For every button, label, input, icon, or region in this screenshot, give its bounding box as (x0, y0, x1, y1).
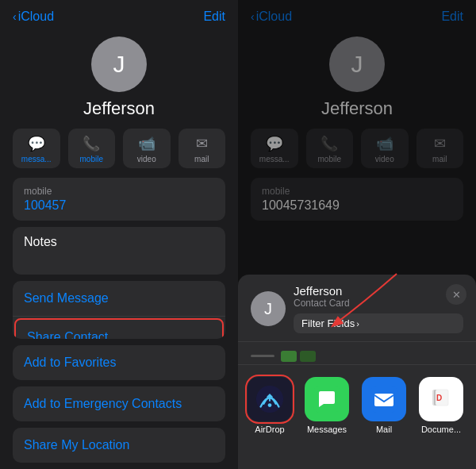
left-action-mail[interactable]: ✉ mail (178, 129, 226, 168)
mail-icon-left: ✉ (196, 135, 208, 152)
share-name: Jefferson (294, 284, 463, 298)
left-edit-button[interactable]: Edit (203, 10, 225, 24)
docume-svg: D (428, 386, 455, 413)
docume-label: Docume... (421, 425, 461, 434)
dim-overlay (238, 0, 476, 294)
message-label: messa... (21, 155, 52, 163)
airdrop-item[interactable]: AirDrop (248, 377, 292, 434)
left-back-label: iCloud (18, 10, 54, 24)
airdrop-label: AirDrop (255, 425, 284, 434)
svg-text:D: D (436, 394, 442, 402)
right-panel: ‹ iCloud Edit J Jefferson 💬 messa... 📞 m… (238, 0, 476, 469)
share-avatar: J (251, 291, 286, 326)
share-avatar-initial: J (264, 300, 272, 318)
left-avatar-initial: J (113, 51, 125, 78)
share-contact-button[interactable]: Share Contact (14, 318, 224, 339)
left-chevron-icon: ‹ (13, 10, 17, 23)
left-action-buttons: 💬 messa... 📞 mobile 📹 video ✉ mail (0, 129, 238, 178)
left-action-video[interactable]: 📹 video (123, 129, 171, 168)
share-divider (238, 341, 476, 342)
docume-item[interactable]: D Docume... (419, 377, 463, 434)
messages-icon (305, 377, 349, 421)
preview-card-2 (300, 351, 316, 362)
app-icons-row: AirDrop Messages (238, 371, 476, 442)
share-sheet: J Jefferson Contact Card Filter Fields ›… (238, 275, 476, 469)
share-subtitle: Contact Card (294, 298, 463, 309)
filter-fields-button[interactable]: Filter Fields › (294, 313, 463, 333)
docume-app-icon: D (419, 377, 463, 421)
preview-line-1 (251, 355, 274, 357)
share-info: Jefferson Contact Card Filter Fields › (294, 284, 463, 333)
share-location-button[interactable]: Share My Location (13, 428, 225, 463)
left-contact-name: Jefferson (83, 98, 155, 119)
mail-label: mail (194, 155, 209, 163)
message-icon: 💬 (28, 135, 45, 152)
mail-app-icon (362, 377, 406, 421)
left-action-list: Send Message Share Contact (13, 281, 225, 339)
messages-label: Messages (307, 425, 347, 434)
airdrop-icon (248, 377, 292, 421)
docume-icon-wrap[interactable]: D (419, 377, 463, 421)
left-action-message[interactable]: 💬 messa... (13, 129, 60, 168)
filter-chevron-icon: › (356, 319, 359, 329)
left-avatar-section: J Jefferson (0, 30, 238, 129)
video-icon: 📹 (138, 135, 155, 152)
share-content-preview (238, 348, 476, 364)
add-favorites-button[interactable]: Add to Favorites (13, 345, 225, 380)
share-bottom-bar (238, 442, 476, 469)
left-back-button[interactable]: ‹ iCloud (13, 10, 54, 24)
messages-svg (313, 386, 340, 413)
add-emergency-button[interactable]: Add to Emergency Contacts (13, 386, 225, 421)
left-panel: ‹ iCloud Edit J Jefferson 💬 messa... 📞 m… (0, 0, 238, 469)
video-label: video (137, 155, 156, 163)
left-action-mobile[interactable]: 📞 mobile (68, 129, 116, 168)
left-avatar: J (91, 37, 147, 92)
close-icon: ✕ (452, 289, 461, 301)
left-phone-label: mobile (24, 186, 214, 197)
left-phone-value[interactable]: 100457 (24, 198, 214, 213)
share-close-button[interactable]: ✕ (446, 284, 466, 305)
filter-label: Filter Fields (301, 317, 355, 329)
share-preview: J Jefferson Contact Card Filter Fields ›… (238, 284, 476, 341)
airdrop-icon-wrap[interactable] (248, 377, 292, 421)
messages-item[interactable]: Messages (305, 377, 349, 434)
mobile-label: mobile (80, 155, 103, 163)
airdrop-svg (255, 384, 285, 414)
phone-icon: 📞 (83, 135, 100, 152)
mail-label-share: Mail (376, 425, 392, 434)
mail-icon-wrap[interactable] (362, 377, 406, 421)
left-notes-title: Notes (24, 235, 214, 249)
svg-point-2 (268, 403, 272, 407)
left-top-nav: ‹ iCloud Edit (0, 0, 238, 30)
preview-card-1 (281, 351, 297, 362)
send-message-button[interactable]: Send Message (13, 281, 225, 317)
share-divider-2 (238, 364, 476, 365)
svg-rect-5 (374, 394, 393, 406)
mail-item[interactable]: Mail (362, 377, 406, 434)
left-notes-card: Notes (13, 227, 225, 275)
messages-icon-wrap[interactable] (305, 377, 349, 421)
left-phone-card: mobile 100457 (13, 178, 225, 221)
mail-svg (370, 386, 397, 413)
